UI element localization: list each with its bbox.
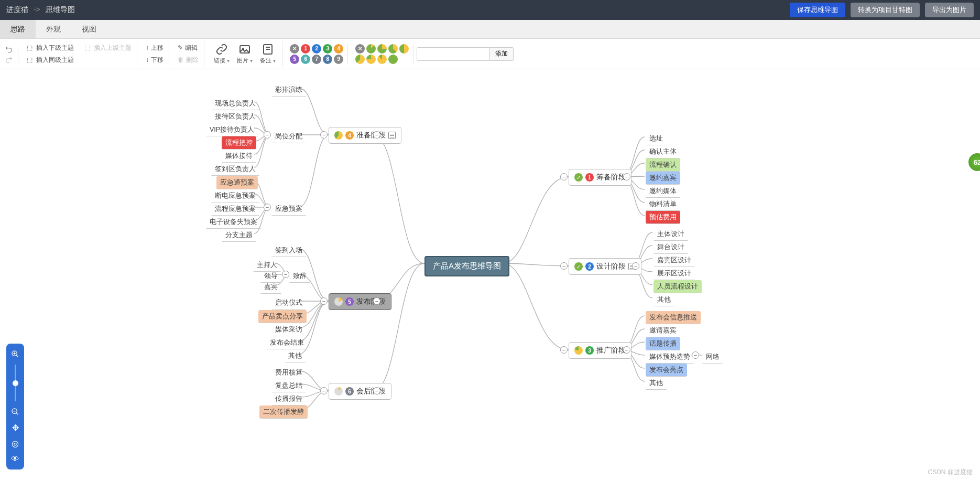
progress-37[interactable]	[388, 44, 398, 54]
delete-button[interactable]: 🗑删除	[176, 55, 201, 66]
node-plan3[interactable]: 流程确认	[646, 158, 680, 172]
add-input[interactable]	[417, 47, 490, 61]
priority-clear[interactable]: ✕	[290, 44, 299, 54]
priority-6[interactable]: 6	[301, 55, 310, 64]
node-des4[interactable]: 展示区设计	[654, 267, 695, 280]
node-report[interactable]: 传播报告	[271, 392, 306, 406]
toggle-plan-right[interactable]: −	[623, 173, 630, 180]
node-second[interactable]: 二次传播发酵	[259, 406, 308, 419]
node-emergency[interactable]: 应急预案	[271, 202, 306, 216]
tab-view[interactable]: 视图	[71, 20, 107, 38]
node-position[interactable]: 岗位分配	[271, 130, 306, 143]
undo-icon[interactable]	[4, 45, 14, 53]
node-phase-design[interactable]: ✓ 2 设计阶段	[569, 258, 641, 275]
node-plan1[interactable]: 选址	[646, 132, 667, 145]
node-des6[interactable]: 其他	[654, 293, 674, 306]
toggle-pro4[interactable]: −	[692, 351, 699, 359]
breadcrumb-app[interactable]: 进度猫	[6, 5, 28, 14]
node-pos1[interactable]: 现场总负责人	[211, 97, 259, 110]
node-phase-post[interactable]: 6 会后阶段	[329, 383, 391, 400]
move-down-button[interactable]: ↓下移	[144, 55, 166, 66]
priority-1[interactable]: 1	[301, 44, 310, 54]
toggle-emergency[interactable]: −	[264, 204, 271, 211]
node-pro6[interactable]: 其他	[646, 377, 667, 390]
toggle-design-right[interactable]: −	[632, 262, 639, 270]
note-button[interactable]: 备注 ▾	[257, 43, 279, 65]
node-phase-plan[interactable]: ✓ 1 筹备阶段	[569, 169, 631, 186]
insert-child-button[interactable]: ⬚插入下级主题	[25, 42, 76, 54]
node-des3[interactable]: 嘉宾区设计	[654, 254, 695, 267]
node-guest[interactable]: 嘉宾	[260, 281, 281, 294]
toggle-speech[interactable]: −	[282, 271, 289, 278]
priority-7[interactable]: 7	[312, 55, 321, 64]
node-pro4[interactable]: 媒体预热造势	[646, 350, 694, 364]
node-selling[interactable]: 产品卖点分享	[258, 310, 307, 323]
move-up-button[interactable]: ↑上移	[144, 42, 166, 54]
node-phase-promo[interactable]: 3 推广阶段	[569, 342, 631, 359]
score-badge[interactable]: 62	[968, 153, 980, 171]
toggle-publish-right[interactable]: −	[373, 297, 380, 305]
convert-gantt-button[interactable]: 转换为项目甘特图	[851, 3, 920, 17]
node-pro3[interactable]: 话题传播	[646, 337, 680, 350]
node-pro1[interactable]: 发布会信息推送	[646, 311, 701, 324]
priority-8[interactable]: 8	[323, 55, 332, 64]
node-plan4[interactable]: 邀约嘉宾	[646, 172, 680, 185]
node-cost[interactable]: 费用核算	[271, 366, 306, 379]
priority-4[interactable]: 4	[334, 44, 343, 54]
toggle-prepare-left[interactable]: −	[320, 131, 328, 138]
node-plan2[interactable]: 确认主体	[646, 145, 680, 158]
node-plan7[interactable]: 预估费用	[646, 211, 680, 224]
priority-3[interactable]: 3	[323, 44, 332, 54]
image-button[interactable]: 图片 ▾	[234, 43, 256, 65]
node-speech[interactable]: 致辞	[289, 270, 310, 283]
link-button[interactable]: 链接 ▾	[211, 43, 233, 65]
node-pos3[interactable]: VIP接待负责人	[206, 123, 258, 136]
progress-25[interactable]	[377, 44, 387, 54]
toggle-prepare-right[interactable]: −	[373, 131, 380, 138]
progress-100[interactable]	[388, 55, 398, 64]
note-icon[interactable]	[388, 132, 396, 139]
node-pos6[interactable]: 签到区负责人	[211, 163, 259, 176]
node-phase-publish[interactable]: 5 发布阶段	[329, 293, 391, 310]
node-em3[interactable]: 流程应急预案	[211, 202, 259, 216]
progress-clear[interactable]: ✕	[355, 44, 365, 54]
node-em1[interactable]: 应急通预案	[216, 176, 258, 189]
node-pos4[interactable]: 流程把控	[222, 136, 256, 150]
node-em4[interactable]: 电子设备失预案	[206, 216, 261, 229]
node-des1[interactable]: 主体设计	[654, 228, 688, 241]
progress-62[interactable]	[355, 55, 365, 64]
toggle-post-left[interactable]: −	[320, 387, 328, 394]
zoom-handle[interactable]	[13, 380, 18, 386]
node-review[interactable]: 复盘总结	[271, 379, 306, 392]
toggle-design-left[interactable]: −	[560, 262, 568, 270]
node-phase-prepare[interactable]: 4 准备阶段	[329, 127, 401, 144]
insert-parent-button[interactable]: ⬚插入上级主题	[82, 42, 134, 54]
node-pub-other[interactable]: 其他	[285, 349, 306, 362]
zoom-out-button[interactable]	[10, 407, 20, 417]
node-pro2[interactable]: 邀请嘉宾	[646, 324, 680, 337]
tab-appearance[interactable]: 外观	[36, 20, 71, 38]
export-image-button[interactable]: 导出为图片	[925, 3, 974, 17]
node-root[interactable]: 产品A发布思维导图	[424, 256, 509, 276]
progress-87[interactable]	[377, 55, 387, 64]
add-button[interactable]: 添加	[490, 47, 514, 61]
node-des5[interactable]: 人员流程设计	[654, 280, 702, 293]
toggle-plan-left[interactable]: −	[560, 173, 568, 180]
progress-75[interactable]	[366, 55, 376, 64]
node-des2[interactable]: 舞台设计	[654, 241, 688, 254]
zoom-slider[interactable]	[15, 365, 16, 401]
progress-50[interactable]	[399, 44, 409, 54]
node-em5[interactable]: 分支主题	[222, 229, 256, 242]
node-pro4b[interactable]: 网络	[702, 350, 723, 364]
zoom-in-button[interactable]	[10, 349, 20, 359]
toggle-promo-right[interactable]: −	[623, 346, 630, 354]
node-plan6[interactable]: 物料清单	[646, 198, 680, 211]
toggle-publish-left[interactable]: −	[320, 297, 328, 305]
insert-sibling-button[interactable]: ⬚插入同级主题	[25, 55, 134, 66]
toggle-position[interactable]: −	[264, 131, 271, 138]
pan-button[interactable]: ✥	[10, 422, 20, 433]
priority-5[interactable]: 5	[290, 55, 299, 64]
edit-button[interactable]: ✎编辑	[176, 42, 201, 54]
toggle-post-right[interactable]: −	[373, 387, 380, 394]
locate-button[interactable]: ◎	[10, 438, 20, 449]
